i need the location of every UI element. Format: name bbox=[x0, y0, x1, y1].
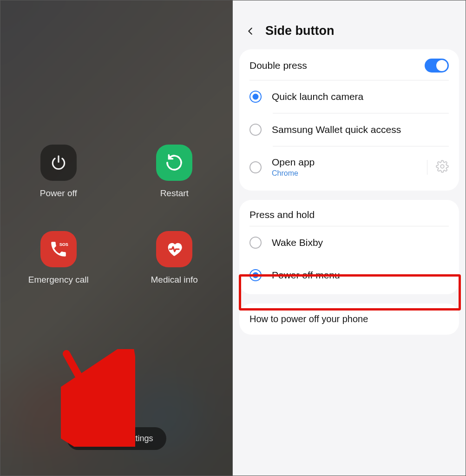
side-button-settings-screen: Side button Double press Quick launch ca… bbox=[233, 0, 466, 476]
page-title: Side button bbox=[265, 24, 334, 38]
header: Side button bbox=[233, 0, 466, 49]
radio-selected-icon bbox=[249, 269, 262, 281]
radio-icon bbox=[249, 161, 262, 173]
side-button-settings-button[interactable]: Side button settings bbox=[66, 427, 166, 450]
gear-icon bbox=[436, 160, 449, 173]
option-label: Samsung Wallet quick access bbox=[272, 124, 449, 135]
option-quick-launch-camera[interactable]: Quick launch camera bbox=[249, 80, 449, 113]
double-press-toggle[interactable] bbox=[425, 59, 449, 73]
double-press-title: Double press bbox=[249, 60, 307, 71]
press-hold-title: Press and hold bbox=[249, 209, 315, 220]
radio-selected-icon bbox=[249, 91, 262, 103]
restart-button[interactable]: Restart bbox=[156, 145, 192, 198]
option-samsung-wallet[interactable]: Samsung Wallet quick access bbox=[249, 113, 449, 146]
how-to-label: How to power off your phone bbox=[249, 314, 449, 324]
medical-info-button[interactable]: Medical info bbox=[151, 231, 198, 285]
svg-point-2 bbox=[440, 165, 444, 168]
option-label: Power off menu bbox=[272, 270, 449, 281]
option-label: Wake Bixby bbox=[272, 237, 449, 248]
option-open-app[interactable]: Open app Chrome bbox=[249, 146, 449, 181]
power-off-label: Power off bbox=[40, 188, 77, 198]
restart-label: Restart bbox=[160, 188, 189, 198]
option-power-off-menu[interactable]: Power off menu bbox=[249, 259, 449, 285]
back-button[interactable] bbox=[244, 25, 257, 38]
svg-text:SOS: SOS bbox=[59, 242, 68, 247]
press-and-hold-section: Press and hold Wake Bixby Power off menu bbox=[239, 200, 459, 294]
power-off-button[interactable]: Power off bbox=[40, 145, 77, 198]
radio-icon bbox=[249, 237, 262, 249]
double-press-section: Double press Quick launch camera Samsung… bbox=[239, 49, 459, 191]
open-app-settings-button[interactable] bbox=[427, 160, 449, 175]
option-wake-bixby[interactable]: Wake Bixby bbox=[249, 226, 449, 259]
option-sublabel: Chrome bbox=[272, 169, 414, 178]
phone-sos-icon: SOS bbox=[40, 231, 77, 267]
emergency-call-button[interactable]: SOS Emergency call bbox=[28, 231, 89, 285]
medical-info-label: Medical info bbox=[151, 275, 198, 285]
side-button-settings-label: Side button settings bbox=[79, 434, 153, 443]
restart-icon bbox=[156, 145, 192, 181]
radio-icon bbox=[249, 124, 262, 136]
how-to-power-off-button[interactable]: How to power off your phone bbox=[239, 304, 459, 335]
power-menu-screen: Power off Restart SOS Emergency call Med… bbox=[0, 0, 233, 476]
option-label: Quick launch camera bbox=[272, 91, 449, 102]
chevron-left-icon bbox=[245, 26, 256, 36]
power-options-grid: Power off Restart SOS Emergency call Med… bbox=[0, 145, 232, 285]
option-label: Open app bbox=[272, 157, 414, 168]
power-icon bbox=[40, 145, 77, 181]
emergency-call-label: Emergency call bbox=[28, 275, 89, 285]
heart-icon bbox=[156, 231, 192, 267]
